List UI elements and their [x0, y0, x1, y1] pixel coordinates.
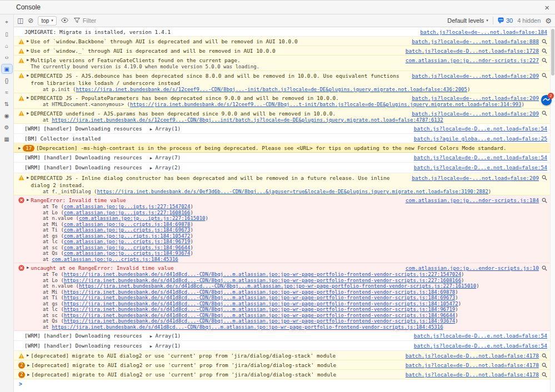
source-location-link[interactable]: batch.js?locale=de-D...not.load=false:41… [406, 362, 539, 368]
stack-trace-link[interactable]: com.atlassian.jpo:jp...cripts.js:184:696… [64, 227, 191, 233]
filter-input[interactable] [83, 17, 177, 24]
stack-trace-link[interactable]: https://jira.inet.bundesbank.de/s/d41d8c… [79, 283, 476, 289]
stack-trace-link[interactable]: https://jira.inet.bundesbank.de/s/12ceef… [130, 102, 521, 107]
stack-trace-link[interactable]: https://jira.inet.bundesbank.de/s/d41d8c… [64, 272, 461, 277]
stack-trace-link[interactable]: com.atlassian.jpo:jp...cripts.js:184:967… [64, 239, 191, 244]
source-location-link[interactable]: com.atlassian.jpo:jp...ndor-scripts.js:1… [406, 197, 539, 203]
search-icon[interactable] [542, 363, 547, 368]
expander-icon[interactable]: ▶ [27, 353, 29, 359]
search-icon[interactable] [542, 58, 547, 63]
stack-trace-link[interactable]: com.atlassian.jpo:jp...cripts.js:184:966… [64, 245, 191, 250]
source-location-link[interactable]: batch.js?locale=de-D...not.load=false:41… [406, 371, 539, 378]
sidebar-console-icon[interactable]: ▣ [2, 64, 12, 73]
array-expander-icon[interactable]: ▶ [150, 127, 152, 132]
array-expander-icon[interactable]: ▶ [150, 344, 152, 349]
javascript-context-selector[interactable]: top ▾ [38, 16, 56, 26]
expander-icon[interactable]: ▶ [27, 57, 29, 63]
expander-icon[interactable]: ▶ [27, 95, 29, 101]
source-location-link[interactable]: batch.js?locale=de-D...not.load=false:41… [406, 353, 539, 359]
stack-trace-link[interactable]: https://jira.inet.bundesbank.de/s/d41d8c… [64, 301, 458, 306]
expander-icon[interactable]: ▶ [27, 110, 29, 117]
stack-trace-link[interactable]: com.atlassian.jpo:jp...ripts.js:184:1054… [64, 233, 191, 239]
log-level-selector[interactable]: Default levels ▾ [447, 17, 488, 24]
search-icon[interactable] [542, 175, 547, 180]
issues-counter[interactable]: 30 [498, 17, 513, 24]
source-location-link[interactable]: com.atlassian.jpo:jp...endor-scripts.js:… [406, 265, 539, 271]
source-location-link[interactable]: batch.js?locale=de-...not.load=false:209 [412, 95, 539, 101]
hidden-messages-count[interactable]: 4 hidden [517, 17, 541, 24]
stack-trace-link[interactable]: https://jira.inet.bundesbank.de/s/d41d8c… [64, 313, 455, 318]
search-icon[interactable] [542, 39, 547, 44]
live-expression-eye-icon[interactable] [61, 17, 68, 24]
sidebar-network-icon[interactable]: ≈ [2, 88, 12, 97]
array-preview[interactable]: Array(1) [156, 343, 181, 349]
close-icon[interactable]: × [544, 3, 549, 12]
stack-trace-link[interactable]: com.atlassian.jpo:jp...ipts.js:227:15470… [64, 204, 191, 209]
sidebar-home-icon[interactable]: ⌂ [2, 41, 12, 50]
array-preview[interactable]: Array(1) [156, 333, 181, 339]
search-icon[interactable] [542, 73, 547, 78]
search-icon[interactable] [542, 198, 547, 203]
stack-trace-link[interactable]: https://jira.inet.bundesbank.de/s/d41d8c… [64, 278, 461, 283]
stack-trace-link[interactable]: https://jira.inet.bundesbank.de/s/d41d8c… [64, 318, 455, 324]
stack-trace-link[interactable]: com.atlassian.jpo:jp...ipts.js:227:16150… [79, 215, 206, 221]
array-expander-icon[interactable]: ▶ [150, 166, 152, 170]
console-prompt[interactable]: > [14, 379, 555, 389]
source-location-link[interactable]: batch.js?locale=de-D...e.not.load=false:… [414, 333, 547, 339]
expander-icon[interactable]: ▶ [27, 73, 29, 79]
sidebar-performance-icon[interactable]: ⇅ [2, 99, 12, 108]
sidebar-elements-icon[interactable]: ‹› [2, 53, 12, 62]
stack-trace-link[interactable]: com.atlassian.jpo:jp...cripts.js:184:698… [64, 222, 191, 227]
source-location-link[interactable]: batch.js?locale=de-D...e.not.load=false:… [414, 125, 547, 132]
expander-icon[interactable]: ▶ [27, 38, 29, 44]
array-expander-icon[interactable]: ▶ [150, 156, 152, 160]
stack-trace-link[interactable]: https://jira.inet.bundesbank.de/s/12ceef… [76, 87, 467, 92]
stack-trace-link[interactable]: https://jira.inet.bundesbank.de/s/d41d8c… [64, 289, 455, 295]
stack-trace-link[interactable]: com.atlassian.jpo:jp...ipts.js:227:16081… [64, 210, 191, 215]
stack-trace-link[interactable]: com.atlassian.jpo:jp...cripts.js:184:936… [64, 250, 191, 256]
source-location-link[interactable]: batch.js?locale=de-...not.load=false:209 [412, 110, 539, 117]
source-location-link[interactable]: batch.js?locale=de-...not.load=false:209 [412, 73, 539, 79]
source-location-link[interactable]: batch.js?locale=de-D...e.not.load=false:… [414, 154, 547, 160]
expander-icon[interactable]: ▶ [27, 197, 29, 203]
sidebar-sources-icon[interactable]: {} [2, 76, 12, 85]
stack-trace-link[interactable]: https://jira.inet.bundesbank.de/s/0ef3d6… [97, 189, 488, 194]
scrollbar-thumb[interactable] [551, 29, 554, 76]
source-location-link[interactable]: batch.js?locale=de-D...not.load=false:17… [406, 48, 539, 54]
notification-widget[interactable]: 2 [541, 95, 552, 105]
source-location-link[interactable]: batch.js?locale=de-D...e.not.load=false:… [414, 164, 547, 170]
source-location-link[interactable]: batch.js?locale=de-...not.load=false:888 [412, 38, 539, 44]
console-sidebar-toggle-icon[interactable]: ◫ [17, 17, 23, 24]
stack-trace-link[interactable]: https://jira.inet.bundesbank.de/s/12ceef… [52, 117, 443, 123]
sidebar-storage-icon[interactable]: ▦ [2, 134, 12, 143]
sidebar-device-emulation-icon[interactable]: ▯ [2, 29, 12, 38]
array-preview[interactable]: Array(1) [156, 125, 181, 132]
expander-icon[interactable]: ▶ [27, 265, 29, 271]
vertical-scrollbar[interactable] [550, 28, 555, 392]
source-location-link[interactable]: batch.js?locale=de-D...e.not.load=false:… [414, 343, 547, 349]
search-icon[interactable] [542, 48, 547, 54]
source-location-link[interactable]: com.atlassian.jpo:jp...ndor-scripts.js:2… [406, 57, 539, 63]
array-preview[interactable]: Array(2) [156, 164, 181, 170]
array-preview[interactable]: Array(7) [156, 154, 181, 160]
source-location-link[interactable]: batch.js?agile_globa...e.not.load=false:… [414, 135, 547, 142]
expander-icon[interactable]: ▶ [18, 145, 21, 152]
search-icon[interactable] [542, 265, 547, 271]
stack-trace-link[interactable]: com.atlassian.jpo:jp...cripts.js:184:453… [52, 257, 178, 262]
search-icon[interactable] [542, 372, 547, 378]
expander-icon[interactable]: ▶ [27, 48, 29, 54]
sidebar-inspect-icon[interactable]: ⌖ [2, 18, 12, 27]
sidebar-memory-icon[interactable]: ◉ [2, 111, 12, 120]
source-location-link[interactable]: batch.js?locale=de-...not.load=false:184 [420, 29, 547, 35]
source-location-link[interactable]: batch.js?locale=de-...not.load=false:209 [412, 175, 539, 181]
console-settings-icon[interactable]: ⚙ [545, 17, 552, 24]
expander-icon[interactable]: ▶ [27, 372, 29, 378]
stack-trace-link[interactable]: https://jira.inet.bundesbank.de/s/d41d8c… [64, 295, 455, 300]
expander-icon[interactable]: ▶ [27, 175, 29, 181]
stack-trace-link[interactable]: https://jira.inet.bundesbank.de/s/d41d8c… [52, 324, 443, 330]
expander-icon[interactable]: ▶ [27, 363, 29, 369]
sidebar-settings-icon[interactable]: ⚙ [2, 123, 12, 132]
clear-console-icon[interactable]: ⊘ [28, 17, 33, 24]
search-icon[interactable] [542, 353, 547, 359]
stack-trace-link[interactable]: https://jira.inet.bundesbank.de/s/d41d8c… [64, 306, 455, 312]
